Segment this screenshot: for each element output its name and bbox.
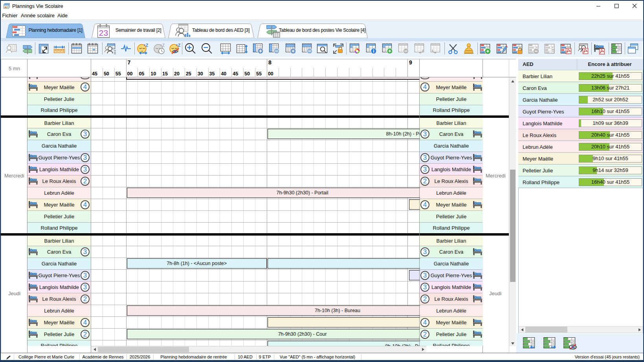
svg-text:23: 23 xyxy=(99,28,108,37)
svg-text:Z: Z xyxy=(146,43,148,48)
svg-text:z: z xyxy=(144,43,145,47)
svg-text:z: z xyxy=(160,43,162,47)
svg-text:z: z xyxy=(176,43,178,47)
svg-text:Z: Z xyxy=(178,43,180,48)
svg-text:Z: Z xyxy=(162,43,165,48)
